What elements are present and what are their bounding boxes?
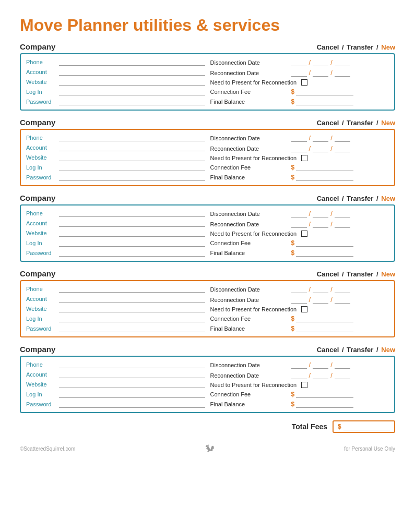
login-input-3[interactable] bbox=[59, 239, 205, 247]
cancel-label-1: Cancel bbox=[317, 43, 339, 51]
section-2-header: Company Cancel / Transfer / New bbox=[20, 118, 395, 127]
recon-dd-4[interactable] bbox=[313, 296, 328, 304]
recon-dd-5[interactable] bbox=[313, 372, 328, 379]
disc-date-row-1: Disconnection Date / / bbox=[210, 58, 389, 66]
recon-yy-4[interactable] bbox=[335, 296, 350, 304]
company-label-5: Company bbox=[20, 345, 55, 354]
phone-input-2[interactable] bbox=[59, 134, 205, 141]
card-1: Phone Account Website Log In bbox=[20, 53, 395, 111]
account-input-3[interactable] bbox=[59, 220, 205, 227]
conn-fee-row-1: Connection Fee $ bbox=[210, 88, 389, 95]
password-input-5[interactable] bbox=[59, 401, 205, 408]
disc-yy-5[interactable] bbox=[335, 361, 350, 369]
title-part2: utilities & services bbox=[133, 16, 280, 34]
login-input-4[interactable] bbox=[59, 315, 205, 322]
disc-dd-5[interactable] bbox=[313, 361, 328, 369]
conn-fee-input-4[interactable] bbox=[296, 315, 353, 322]
password-input-1[interactable] bbox=[59, 98, 205, 105]
ctn-labels-2: Cancel / Transfer / New bbox=[317, 119, 395, 127]
disc-yy-3[interactable] bbox=[335, 210, 350, 217]
section-3-header: Company Cancel / Transfer / New bbox=[20, 194, 395, 202]
recon-mm-3[interactable] bbox=[291, 221, 307, 228]
account-input-2[interactable] bbox=[59, 144, 205, 151]
disc-dd-2[interactable] bbox=[313, 135, 328, 142]
footer-copyright: ©ScatteredSquirrel.com bbox=[20, 446, 75, 452]
conn-fee-input-2[interactable] bbox=[296, 164, 353, 171]
recon-yy-3[interactable] bbox=[335, 221, 350, 228]
phone-input-1[interactable] bbox=[59, 58, 205, 66]
recon-mm-2[interactable] bbox=[291, 145, 307, 152]
disc-mm-3[interactable] bbox=[291, 210, 307, 217]
account-row-1: Account bbox=[26, 68, 205, 76]
disc-yy-4[interactable] bbox=[335, 286, 350, 293]
company-label-4: Company bbox=[20, 269, 55, 278]
disc-mm-5[interactable] bbox=[291, 361, 307, 369]
card-2: Phone Account Website Log In Password Di… bbox=[20, 129, 395, 186]
need-present-row-1: Need to Present for Reconnection bbox=[210, 79, 389, 86]
recon-mm-5[interactable] bbox=[291, 372, 307, 379]
account-input-1[interactable] bbox=[59, 68, 205, 76]
phone-input-5[interactable] bbox=[59, 361, 205, 368]
password-input-3[interactable] bbox=[59, 249, 205, 257]
disc-mm-4[interactable] bbox=[291, 286, 307, 293]
final-bal-input-1[interactable] bbox=[296, 98, 353, 105]
ctn-labels-1: Cancel / Transfer / New bbox=[317, 43, 395, 51]
card-4: Phone Account Website Log In Password Di… bbox=[20, 280, 395, 337]
total-fees-input[interactable] bbox=[343, 423, 390, 430]
login-input-5[interactable] bbox=[59, 391, 205, 398]
phone-input-3[interactable] bbox=[59, 210, 205, 217]
section-5: Company Cancel / Transfer / New Phone Ac… bbox=[20, 345, 395, 413]
final-bal-input-3[interactable] bbox=[296, 249, 353, 257]
need-present-checkbox-2[interactable] bbox=[301, 155, 307, 161]
total-fees-row: Total Fees $ bbox=[20, 420, 395, 433]
need-present-checkbox-1[interactable] bbox=[301, 79, 307, 86]
need-present-checkbox-4[interactable] bbox=[301, 306, 307, 312]
section-3: Company Cancel / Transfer / New Phone Ac… bbox=[20, 194, 395, 262]
password-input-2[interactable] bbox=[59, 174, 205, 181]
phone-row-1: Phone bbox=[26, 58, 205, 66]
recon-mm-1[interactable] bbox=[291, 69, 307, 77]
disc-yy-1[interactable] bbox=[335, 59, 350, 66]
website-input-1[interactable] bbox=[59, 78, 205, 86]
recon-yy-1[interactable] bbox=[335, 69, 350, 77]
disc-mm-1[interactable] bbox=[291, 59, 307, 66]
recon-dd-2[interactable] bbox=[313, 145, 328, 152]
disc-yy-2[interactable] bbox=[335, 135, 350, 142]
final-bal-input-4[interactable] bbox=[296, 325, 353, 332]
conn-fee-input-5[interactable] bbox=[296, 391, 353, 398]
need-present-checkbox-3[interactable] bbox=[301, 231, 307, 237]
conn-fee-input-1[interactable] bbox=[296, 88, 353, 95]
total-fees-box: $ bbox=[333, 420, 395, 433]
login-input-2[interactable] bbox=[59, 164, 205, 171]
recon-date-row-1: Reconnection Date / / bbox=[210, 69, 389, 77]
recon-dd-3[interactable] bbox=[313, 221, 328, 228]
conn-fee-input-3[interactable] bbox=[296, 239, 353, 247]
final-bal-input-5[interactable] bbox=[296, 401, 353, 408]
recon-mm-4[interactable] bbox=[291, 296, 307, 304]
website-input-3[interactable] bbox=[59, 229, 205, 237]
disc-dd-3[interactable] bbox=[313, 210, 328, 217]
final-bal-row-1: Final Balance $ bbox=[210, 98, 389, 105]
account-input-4[interactable] bbox=[59, 295, 205, 303]
login-input-1[interactable] bbox=[59, 88, 205, 95]
login-row-1: Log In bbox=[26, 88, 205, 95]
account-input-5[interactable] bbox=[59, 371, 205, 378]
section-4: Company Cancel / Transfer / New Phone Ac… bbox=[20, 269, 395, 337]
phone-input-4[interactable] bbox=[59, 285, 205, 293]
section-5-header: Company Cancel / Transfer / New bbox=[20, 345, 395, 354]
disc-dd-1[interactable] bbox=[313, 59, 328, 66]
website-input-4[interactable] bbox=[59, 305, 205, 312]
recon-yy-2[interactable] bbox=[335, 145, 350, 152]
website-input-5[interactable] bbox=[59, 381, 205, 388]
need-present-checkbox-5[interactable] bbox=[301, 382, 307, 388]
final-bal-input-2[interactable] bbox=[296, 174, 353, 181]
ctn-labels-4: Cancel / Transfer / New bbox=[317, 270, 395, 278]
squirrel-icon: 🐿 bbox=[205, 443, 215, 454]
recon-dd-1[interactable] bbox=[313, 69, 328, 77]
disc-dd-4[interactable] bbox=[313, 286, 328, 293]
website-input-2[interactable] bbox=[59, 154, 205, 161]
section-4-header: Company Cancel / Transfer / New bbox=[20, 269, 395, 278]
password-input-4[interactable] bbox=[59, 325, 205, 332]
recon-yy-5[interactable] bbox=[335, 372, 350, 379]
disc-mm-2[interactable] bbox=[291, 135, 307, 142]
